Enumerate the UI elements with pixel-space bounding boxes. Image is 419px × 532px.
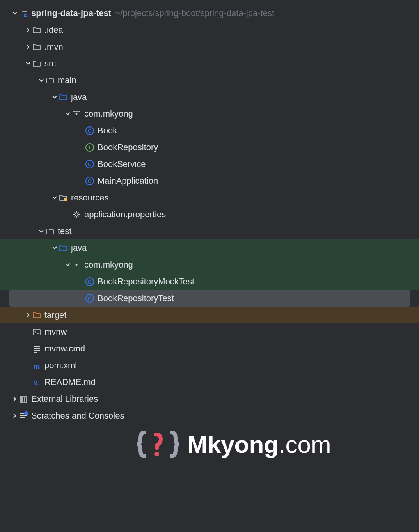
module-folder-icon (19, 9, 28, 18)
node-label: mvnw (44, 327, 67, 337)
libraries-icon (19, 394, 28, 404)
class-icon (85, 126, 94, 135)
chevron-right-icon[interactable] (24, 311, 32, 319)
node-label: com.mkyong (84, 109, 133, 119)
tree-node-readme[interactable]: README.md (0, 374, 419, 390)
package-icon (72, 260, 81, 270)
chevron-right-icon[interactable] (11, 395, 19, 403)
watermark-text: Mkyong.com (187, 431, 331, 458)
package-icon (72, 109, 81, 119)
node-label: External Libraries (31, 394, 98, 404)
node-label: .idea (44, 25, 63, 35)
node-label: java (71, 243, 87, 253)
node-label: README.md (44, 377, 96, 387)
chevron-right-icon[interactable] (11, 412, 19, 420)
chevron-down-icon[interactable] (51, 93, 59, 101)
watermark-logo-icon (137, 427, 179, 462)
node-label: com.mkyong (84, 260, 133, 270)
source-folder-icon (59, 92, 68, 102)
folder-icon (32, 25, 41, 35)
tree-node-target[interactable]: target (0, 307, 419, 323)
folder-icon (45, 227, 55, 236)
svg-point-27 (154, 452, 159, 456)
class-icon (85, 277, 94, 286)
test-folder-icon (59, 243, 68, 253)
tree-node-pom[interactable]: pom.xml (0, 357, 419, 374)
tree-node-root[interactable]: spring-data-jpa-test ~/projects/spring-b… (0, 5, 419, 21)
scratch-icon (19, 411, 28, 420)
node-label: MainApplication (98, 176, 158, 186)
tree-node-test[interactable]: test (0, 223, 419, 239)
node-label: BookService (98, 159, 146, 169)
root-name: spring-data-jpa-test (31, 8, 111, 18)
markdown-icon (32, 378, 41, 387)
terminal-icon (32, 327, 41, 337)
excluded-folder-icon (32, 310, 41, 320)
chevron-down-icon[interactable] (51, 244, 59, 252)
chevron-down-icon[interactable] (11, 9, 19, 17)
tree-node-main[interactable]: main (0, 72, 419, 89)
class-icon (85, 176, 94, 186)
node-label: main (58, 75, 76, 85)
tree-node-mvnw[interactable]: mvnw (0, 323, 419, 340)
chevron-down-icon[interactable] (37, 227, 45, 235)
node-label: mvnw.cmd (44, 344, 85, 354)
tree-node-src[interactable]: src (0, 55, 419, 72)
node-label: Book (98, 126, 117, 136)
root-path: ~/projects/spring-boot/spring-data-jpa-t… (115, 8, 274, 18)
chevron-right-icon[interactable] (24, 43, 32, 51)
node-label: target (44, 310, 66, 320)
textfile-icon (32, 344, 41, 353)
node-label: application.properties (84, 209, 166, 220)
gear-icon (72, 210, 81, 219)
chevron-down-icon[interactable] (64, 110, 72, 118)
watermark: Mkyong.com (137, 427, 331, 462)
tree-node-mvnw-cmd[interactable]: mvnw.cmd (0, 340, 419, 357)
tree-node-external-libraries[interactable]: External Libraries (0, 390, 419, 407)
node-label: Scratches and Consoles (31, 411, 124, 421)
node-label: BookRepositoryTest (98, 293, 174, 303)
chevron-down-icon[interactable] (51, 194, 59, 202)
tree-node-scratches[interactable]: Scratches and Consoles (0, 407, 419, 424)
node-label: resources (71, 193, 109, 203)
node-label: java (71, 92, 87, 102)
folder-icon (32, 42, 41, 51)
chevron-down-icon[interactable] (37, 76, 45, 84)
tree-node-package-main[interactable]: com.mkyong (0, 105, 419, 122)
maven-icon (32, 361, 41, 370)
chevron-down-icon[interactable] (64, 261, 72, 269)
folder-icon (45, 76, 55, 85)
tree-node-book-service[interactable]: BookService (0, 156, 419, 172)
class-icon (85, 294, 94, 303)
resources-folder-icon (59, 193, 68, 202)
tree-node-mvn[interactable]: .mvn (0, 38, 419, 55)
tree-node-repo-test[interactable]: BookRepositoryTest (9, 290, 410, 307)
tree-node-idea[interactable]: .idea (0, 21, 419, 38)
node-label: src (44, 59, 56, 69)
node-label: .mvn (44, 42, 63, 52)
tree-node-book[interactable]: Book (0, 122, 419, 139)
tree-node-resources[interactable]: resources (0, 189, 419, 206)
tree-node-app-properties[interactable]: application.properties (0, 206, 419, 223)
node-label: pom.xml (44, 360, 77, 371)
node-label: BookRepositoryMockTest (98, 277, 194, 287)
tree-node-package-test[interactable]: com.mkyong (0, 256, 419, 273)
chevron-right-icon[interactable] (24, 26, 32, 34)
chevron-down-icon[interactable] (24, 60, 32, 67)
tree-node-book-repository[interactable]: BookRepository (0, 139, 419, 156)
class-icon (85, 160, 94, 169)
tree-node-main-application[interactable]: MainApplication (0, 172, 419, 189)
tree-node-java-main[interactable]: java (0, 89, 419, 105)
tree-node-mock-test[interactable]: BookRepositoryMockTest (0, 273, 419, 290)
folder-icon (32, 59, 41, 68)
node-label: test (58, 226, 71, 236)
project-tree[interactable]: spring-data-jpa-test ~/projects/spring-b… (0, 0, 419, 424)
tree-node-java-test[interactable]: java (0, 239, 419, 256)
interface-icon (85, 143, 94, 152)
node-label: BookRepository (98, 142, 158, 153)
